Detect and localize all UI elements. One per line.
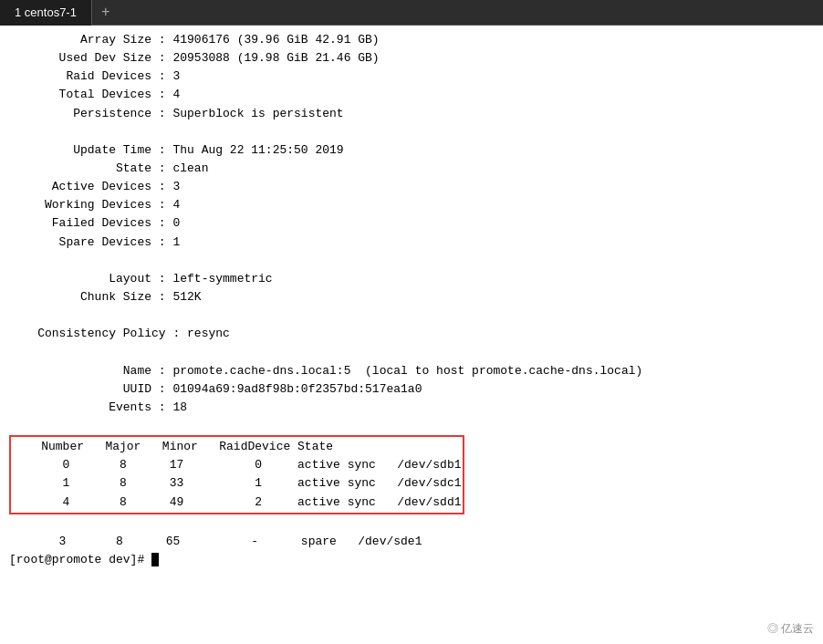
active-tab[interactable]: 1 centos7-1	[0, 0, 92, 26]
terminal-body: Array Size : 41906176 (39.96 GiB 42.91 G…	[0, 26, 823, 644]
add-tab-button[interactable]: +	[92, 0, 120, 26]
tab-label: 1 centos7-1	[15, 5, 77, 19]
watermark: ◎ 亿速云	[767, 621, 814, 637]
add-tab-icon: +	[101, 5, 110, 21]
tab-bar: 1 centos7-1 +	[0, 0, 823, 26]
